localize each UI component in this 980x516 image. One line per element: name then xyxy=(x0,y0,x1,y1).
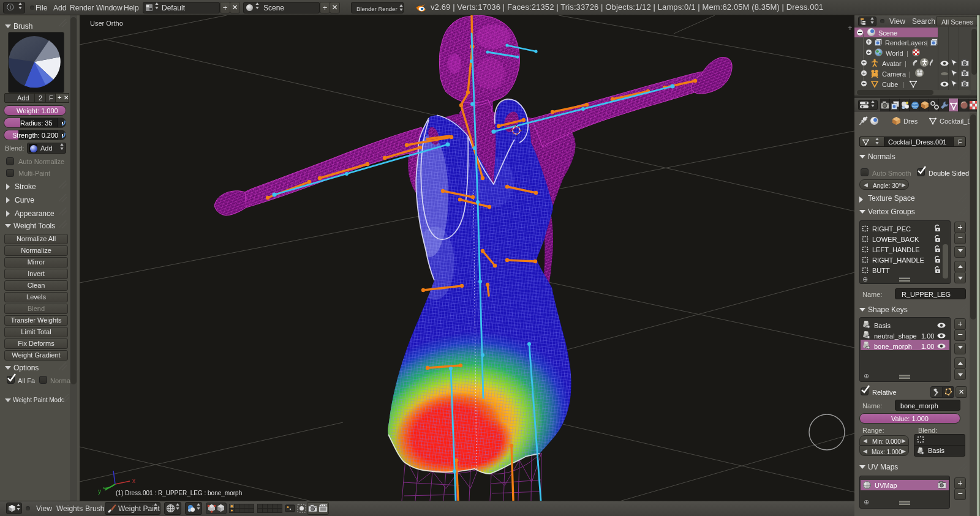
svg-text:y: y xyxy=(98,488,101,495)
svg-text:x: x xyxy=(132,477,135,484)
svg-text:+: + xyxy=(848,23,853,32)
